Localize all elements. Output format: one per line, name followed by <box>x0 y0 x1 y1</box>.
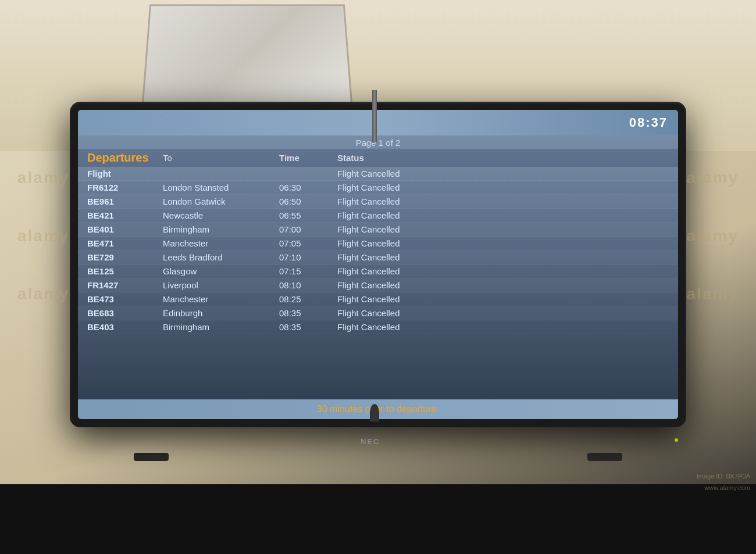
flight-destination-cell: Liverpool <box>163 280 279 290</box>
tv-screen-bezel: 08:37 Page 1 of 2 Departures To Time Sta… <box>70 102 686 427</box>
table-row: BE683Edinburgh08:35Flight Cancelled <box>78 306 678 320</box>
nec-brand-logo: NEC <box>361 437 380 446</box>
flight-time-cell: 08:35 <box>279 308 337 318</box>
table-row: BE729Leeds Bradford07:10Flight Cancelled <box>78 251 678 265</box>
flight-destination-cell: Birmingham <box>163 224 279 234</box>
tv-mount-arm <box>372 90 377 142</box>
flight-destination-cell: Manchester <box>163 238 279 248</box>
flight-number-cell: FR6122 <box>87 183 163 192</box>
ceiling-mirror <box>141 4 354 117</box>
flight-status-cell: Flight Cancelled <box>337 294 669 304</box>
flight-number-cell: BE421 <box>87 210 163 220</box>
status-header: Status <box>337 153 669 163</box>
flight-number-cell: BE471 <box>87 238 163 248</box>
table-row: BE473Manchester08:25Flight Cancelled <box>78 292 678 306</box>
flight-time-cell: 07:00 <box>279 224 337 234</box>
flight-destination-cell: Leeds Bradford <box>163 252 279 262</box>
table-row: FR6122London Stansted06:30Flight Cancell… <box>78 181 678 195</box>
departures-header: Departures <box>87 151 163 165</box>
flight-number-cell: BE401 <box>87 224 163 234</box>
flight-status-cell: Flight Cancelled <box>337 308 669 318</box>
flight-destination-cell: Edinburgh <box>163 308 279 318</box>
table-row: BE961London Gatwick06:50Flight Cancelled <box>78 195 678 209</box>
flight-time-cell: 08:25 <box>279 294 337 304</box>
page-indicator-text: Page 1 of 2 <box>356 138 401 148</box>
flight-status-cell: Flight Cancelled <box>337 252 669 262</box>
flight-status-cell: Flight Cancelled <box>337 238 669 248</box>
table-row: FlightFlight Cancelled <box>78 167 678 181</box>
flight-time-cell: 06:55 <box>279 210 337 220</box>
flight-number-cell: BE683 <box>87 308 163 318</box>
flight-destination-cell: London Stansted <box>163 183 279 192</box>
screen-header: 08:37 <box>78 110 678 135</box>
tv-foot-left <box>134 453 169 461</box>
table-row: BE403Birmingham08:35Flight Cancelled <box>78 320 678 334</box>
flight-status-cell: Flight Cancelled <box>337 322 669 332</box>
time-header: Time <box>279 153 337 163</box>
flight-time-cell: 07:15 <box>279 266 337 276</box>
led-indicator <box>675 438 678 442</box>
table-row: FR1427Liverpool08:10Flight Cancelled <box>78 278 678 292</box>
flight-destination-cell: London Gatwick <box>163 196 279 206</box>
flight-time-cell: 06:50 <box>279 196 337 206</box>
flight-status-cell: Flight Cancelled <box>337 196 669 206</box>
flight-number-cell: FR1427 <box>87 280 163 290</box>
table-row: BE125Glasgow07:15Flight Cancelled <box>78 265 678 278</box>
flight-time-cell: 07:10 <box>279 252 337 262</box>
flight-number-cell: BE473 <box>87 294 163 304</box>
table-row: BE421Newcastle06:55Flight Cancelled <box>78 209 678 223</box>
clock-display: 08:37 <box>629 115 668 130</box>
departures-board-screen: 08:37 Page 1 of 2 Departures To Time Sta… <box>78 110 678 419</box>
tv-foot-right <box>587 453 622 461</box>
flight-status-cell: Flight Cancelled <box>337 210 669 220</box>
flight-status-cell: Flight Cancelled <box>337 169 669 178</box>
flight-number-cell: BE961 <box>87 196 163 206</box>
page-indicator: Page 1 of 2 <box>78 135 678 149</box>
flight-number-cell: BE403 <box>87 322 163 332</box>
flight-destination-cell: Birmingham <box>163 322 279 332</box>
flight-number-cell: Flight <box>87 169 163 178</box>
flight-destination-cell: Manchester <box>163 294 279 304</box>
flight-destination-cell: Glasgow <box>163 266 279 276</box>
flight-status-cell: Flight Cancelled <box>337 280 669 290</box>
table-row: BE401Birmingham07:00Flight Cancelled <box>78 223 678 237</box>
flight-time-cell: 07:05 <box>279 238 337 248</box>
to-header: To <box>163 153 279 163</box>
flight-time-cell: 08:10 <box>279 280 337 290</box>
flight-number-cell: BE729 <box>87 252 163 262</box>
flights-list: FlightFlight CancelledFR6122London Stans… <box>78 167 678 399</box>
flight-status-cell: Flight Cancelled <box>337 266 669 276</box>
tv-mount-cable <box>370 404 379 421</box>
flight-number-cell: BE125 <box>87 266 163 276</box>
floor <box>0 484 756 554</box>
alamy-image-id: Image ID: BK7P0A <box>697 473 750 480</box>
flight-time-cell: 08:35 <box>279 322 337 332</box>
table-row: BE471Manchester07:05Flight Cancelled <box>78 237 678 251</box>
flight-destination-cell: Newcastle <box>163 210 279 220</box>
flight-status-cell: Flight Cancelled <box>337 224 669 234</box>
flight-time-cell: 06:30 <box>279 183 337 192</box>
alamy-url: www.alamy.com <box>704 484 750 491</box>
column-headers: Departures To Time Status <box>78 149 678 167</box>
flight-status-cell: Flight Cancelled <box>337 183 669 192</box>
